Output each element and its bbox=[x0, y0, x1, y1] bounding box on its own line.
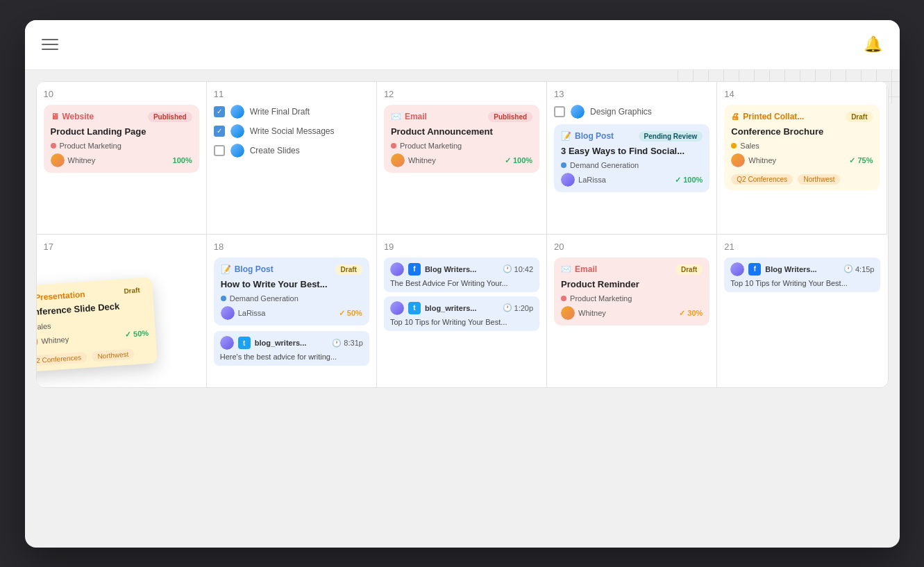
facebook-icon: f bbox=[408, 263, 421, 276]
card-footer: Whitney ✓ 75% bbox=[731, 153, 873, 167]
day-19: 19 f Blog Writers... 🕐 10:42 The Best Ad… bbox=[377, 235, 547, 387]
card-email-reminder[interactable]: ✉️ Email Draft Product Reminder Product … bbox=[554, 257, 709, 326]
social-mini-header: f Blog Writers... 🕐 4:15p bbox=[730, 262, 874, 276]
card-title: Product Landing Page bbox=[51, 126, 192, 138]
card-tag: Product Marketing bbox=[561, 294, 703, 303]
card-blog-writing[interactable]: 📝 Blog Post Draft How to Write Your Best… bbox=[214, 257, 369, 326]
checklist-item-1[interactable]: Write Final Draft bbox=[214, 105, 369, 119]
avatar bbox=[730, 262, 744, 276]
card-title: Product Announcement bbox=[391, 126, 532, 138]
social-post-twitter-19[interactable]: t blog_writers... 🕐 1:20p Top 10 Tips fo… bbox=[384, 296, 539, 331]
facebook-icon: f bbox=[748, 263, 761, 276]
social-mini-header: f Blog Writers... 🕐 10:42 bbox=[390, 262, 533, 276]
day-11: 11 Write Final Draft Write Social Messag… bbox=[207, 82, 377, 235]
day-12: 12 ✉️ Email Published Product Announceme… bbox=[377, 82, 547, 235]
card-footer: Whitney ✓ 100% bbox=[391, 153, 532, 167]
chip-q2: Q2 Conferences bbox=[731, 174, 793, 185]
avatar bbox=[571, 105, 585, 119]
checkbox-1[interactable] bbox=[214, 106, 225, 117]
progress: ✓ 100% bbox=[675, 176, 703, 185]
avatar bbox=[220, 336, 234, 350]
badge-draft: Draft bbox=[846, 112, 873, 122]
menu-button[interactable] bbox=[42, 39, 58, 50]
social-handle: Blog Writers... bbox=[765, 265, 816, 273]
card-email-announcement[interactable]: ✉️ Email Published Product Announcement … bbox=[384, 105, 539, 174]
notifications-button[interactable]: 🔔 bbox=[864, 35, 883, 54]
social-post-facebook-21[interactable]: f Blog Writers... 🕐 4:15p Top 10 Tips fo… bbox=[724, 257, 880, 292]
day-number-13: 13 bbox=[554, 89, 709, 99]
card-type-email: ✉️ Email bbox=[561, 264, 597, 274]
checkbox-design[interactable] bbox=[554, 106, 565, 117]
card-blog-social[interactable]: 📝 Blog Post Pending Review 3 Easy Ways t… bbox=[554, 124, 709, 193]
card-tag: Product Marketing bbox=[391, 142, 532, 150]
progress: ✓ 50% bbox=[339, 309, 362, 318]
person-name: Whitney bbox=[41, 335, 69, 345]
badge-draft: Draft bbox=[117, 284, 145, 296]
time-badge: 🕐 8:31p bbox=[332, 339, 363, 348]
social-post-facebook-19[interactable]: f Blog Writers... 🕐 10:42 The Best Advic… bbox=[384, 257, 539, 292]
tag-dot bbox=[731, 143, 737, 149]
badge-published: Published bbox=[488, 112, 532, 122]
card-type-blog: 📝 Blog Post bbox=[221, 264, 274, 274]
card-tag: Demand Generation bbox=[221, 294, 362, 303]
day-10: 10 🖥 Website Published Product Landing P… bbox=[37, 82, 207, 235]
time-badge: 🕐 4:15p bbox=[843, 264, 875, 273]
day-number-10: 10 bbox=[44, 89, 199, 99]
chip-q2: Q2 Conferences bbox=[36, 351, 87, 366]
social-handle: Blog Writers... bbox=[425, 265, 476, 273]
person-name: Whitney bbox=[408, 156, 436, 164]
tag-dot bbox=[391, 143, 396, 149]
tag-dot bbox=[221, 296, 226, 301]
social-handle: blog_writers... bbox=[425, 304, 477, 312]
twitter-icon: t bbox=[238, 337, 251, 349]
social-mini-header: t blog_writers... 🕐 8:31p bbox=[220, 336, 363, 350]
card-type-printed: 🖨 Printed Collat... bbox=[731, 112, 804, 121]
progress: ✓ 30% bbox=[679, 309, 703, 318]
avatar bbox=[561, 306, 575, 320]
social-handle: blog_writers... bbox=[255, 339, 307, 347]
card-footer: Whitney 100% bbox=[51, 153, 192, 167]
card-type-website: 🖥 Website bbox=[51, 112, 94, 121]
checkbox-3[interactable] bbox=[214, 145, 225, 156]
blog-icon: 📝 bbox=[221, 264, 231, 274]
social-post-twitter-18[interactable]: t blog_writers... 🕐 8:31p Here's the bes… bbox=[214, 331, 369, 366]
card-footer: LaRissa ✓ 100% bbox=[561, 173, 703, 187]
progress: ✓ 50% bbox=[124, 329, 149, 339]
tag-dot bbox=[561, 162, 566, 168]
checkbox-2[interactable] bbox=[214, 126, 225, 137]
badge-published: Published bbox=[148, 112, 192, 122]
card-title: Product Reminder bbox=[561, 279, 703, 291]
twitter-icon: t bbox=[408, 302, 421, 314]
person-name: Whitney bbox=[578, 309, 606, 317]
calendar-grid: 10 🖥 Website Published Product Landing P… bbox=[36, 81, 889, 388]
chip-northwest: Northwest bbox=[91, 348, 134, 362]
checklist-item-2[interactable]: Write Social Messages bbox=[214, 124, 369, 138]
progress: ✓ 100% bbox=[505, 156, 532, 165]
day-13: 13 Design Graphics 📝 Blog Post Pending R… bbox=[547, 82, 717, 235]
card-title: Conference Brochure bbox=[731, 126, 873, 138]
time-badge: 🕐 1:20p bbox=[503, 303, 534, 312]
chip-northwest: Northwest bbox=[798, 174, 840, 185]
day-number-12: 12 bbox=[384, 89, 539, 99]
social-text: The Best Advice For Writing Your... bbox=[390, 279, 533, 287]
day-number-14: 14 bbox=[724, 89, 880, 99]
badge-draft: Draft bbox=[335, 264, 362, 275]
avatar bbox=[561, 173, 575, 187]
badge-pending: Pending Review bbox=[639, 131, 703, 142]
avatar bbox=[731, 153, 745, 167]
card-presentation-floating[interactable]: 📊 Presentation Draft Conference Slide De… bbox=[36, 277, 158, 373]
card-tag: Product Marketing bbox=[51, 142, 192, 150]
avatar bbox=[390, 301, 404, 315]
badge-draft: Draft bbox=[675, 264, 703, 275]
avatar bbox=[230, 105, 244, 119]
card-tag: Demand Generation bbox=[561, 161, 703, 169]
email-icon: ✉️ bbox=[391, 112, 401, 121]
tag-chips: Q2 Conferences Northwest bbox=[731, 171, 873, 185]
card-website-product-landing[interactable]: 🖥 Website Published Product Landing Page… bbox=[44, 105, 199, 174]
checklist-item-3[interactable]: Create Slides bbox=[214, 144, 369, 158]
card-type-blog: 📝 Blog Post bbox=[561, 131, 614, 141]
day-number-11: 11 bbox=[214, 89, 369, 99]
day-18: 18 📝 Blog Post Draft How to Write Your B… bbox=[207, 235, 377, 387]
card-printed-brochure[interactable]: 🖨 Printed Collat... Draft Conference Bro… bbox=[724, 105, 880, 191]
social-mini-header: t blog_writers... 🕐 1:20p bbox=[390, 301, 533, 315]
